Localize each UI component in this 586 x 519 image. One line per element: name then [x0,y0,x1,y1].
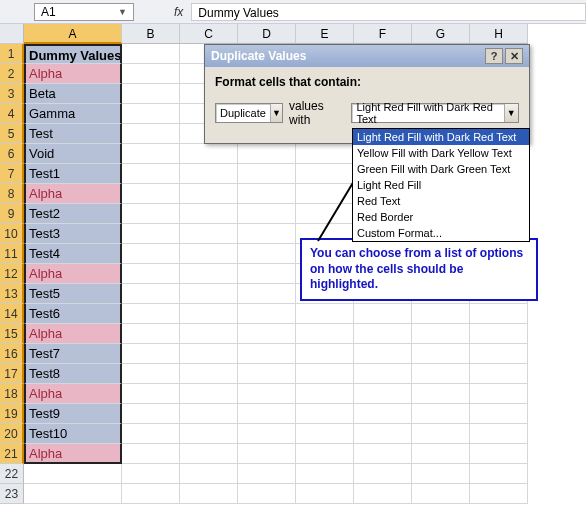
cell[interactable]: Dummy Values [24,44,122,64]
cell[interactable] [180,404,238,424]
cell[interactable] [354,404,412,424]
row-header[interactable]: 12 [0,264,24,284]
row-header[interactable]: 9 [0,204,24,224]
cell[interactable] [354,364,412,384]
cell[interactable] [122,164,180,184]
row-header[interactable]: 18 [0,384,24,404]
cell[interactable] [180,224,238,244]
cell[interactable] [238,164,296,184]
cell[interactable]: Alpha [24,384,122,404]
row-header[interactable]: 6 [0,144,24,164]
cell[interactable]: Test3 [24,224,122,244]
cell[interactable] [122,384,180,404]
dropdown-option[interactable]: Red Text [353,193,529,209]
cell[interactable] [180,384,238,404]
dropdown-option[interactable]: Red Border [353,209,529,225]
cell[interactable] [122,104,180,124]
chevron-down-icon[interactable]: ▼ [118,7,127,17]
cell[interactable] [296,364,354,384]
cell[interactable]: Alpha [24,264,122,284]
column-header-G[interactable]: G [412,24,470,44]
row-header[interactable]: 14 [0,304,24,324]
row-header[interactable]: 15 [0,324,24,344]
cell[interactable] [238,364,296,384]
cell[interactable] [354,344,412,364]
cell[interactable] [122,444,180,464]
cell[interactable] [412,304,470,324]
fx-icon[interactable]: fx [174,5,183,19]
cell[interactable] [470,324,528,344]
cell[interactable] [238,144,296,164]
cell[interactable] [412,444,470,464]
dropdown-option[interactable]: Light Red Fill with Dark Red Text [353,129,529,145]
cell[interactable] [470,444,528,464]
cell[interactable]: Test2 [24,204,122,224]
cell[interactable] [122,424,180,444]
cell[interactable] [180,464,238,484]
dialog-titlebar[interactable]: Duplicate Values ? ✕ [205,45,529,67]
cell[interactable]: Test7 [24,344,122,364]
row-header[interactable]: 4 [0,104,24,124]
cell[interactable] [180,484,238,504]
cell[interactable] [296,384,354,404]
cell[interactable] [238,424,296,444]
cell[interactable] [412,384,470,404]
cell[interactable] [180,344,238,364]
cell[interactable] [24,464,122,484]
cell[interactable] [238,264,296,284]
cell[interactable] [122,344,180,364]
row-header[interactable]: 7 [0,164,24,184]
cell[interactable] [470,404,528,424]
column-header-A[interactable]: A [24,24,122,44]
column-header-C[interactable]: C [180,24,238,44]
cell[interactable] [122,284,180,304]
row-header[interactable]: 16 [0,344,24,364]
cell[interactable]: Test10 [24,424,122,444]
cell[interactable] [122,184,180,204]
cell[interactable] [296,204,354,224]
cell[interactable] [238,224,296,244]
cell[interactable] [354,324,412,344]
cell[interactable] [470,364,528,384]
cell[interactable] [180,204,238,224]
cell[interactable]: Test8 [24,364,122,384]
cell[interactable] [122,244,180,264]
cell[interactable] [354,464,412,484]
cell[interactable] [238,324,296,344]
cell[interactable] [412,424,470,444]
cell[interactable] [238,444,296,464]
cell[interactable] [296,464,354,484]
cell[interactable] [238,184,296,204]
cell[interactable] [412,404,470,424]
row-header[interactable]: 20 [0,424,24,444]
cell[interactable] [180,164,238,184]
row-header[interactable]: 23 [0,484,24,504]
cell[interactable] [470,304,528,324]
cell[interactable] [238,304,296,324]
cell[interactable]: Alpha [24,324,122,344]
cell[interactable]: Test1 [24,164,122,184]
row-header[interactable]: 3 [0,84,24,104]
cell[interactable] [470,344,528,364]
cell[interactable] [122,204,180,224]
cell[interactable] [24,484,122,504]
cell[interactable] [238,344,296,364]
cell[interactable] [354,304,412,324]
cell[interactable] [180,424,238,444]
cell[interactable] [296,404,354,424]
cell[interactable] [412,464,470,484]
column-header-H[interactable]: H [470,24,528,44]
cell[interactable] [470,484,528,504]
help-button[interactable]: ? [485,48,503,64]
column-header-E[interactable]: E [296,24,354,44]
row-header[interactable]: 21 [0,444,24,464]
cell[interactable] [412,344,470,364]
cell[interactable] [354,384,412,404]
cell[interactable]: Test6 [24,304,122,324]
cell[interactable]: Gamma [24,104,122,124]
cell[interactable] [354,424,412,444]
formula-bar[interactable]: Dummy Values [191,3,586,21]
cell[interactable] [122,484,180,504]
cell[interactable] [180,244,238,264]
cell[interactable] [180,284,238,304]
